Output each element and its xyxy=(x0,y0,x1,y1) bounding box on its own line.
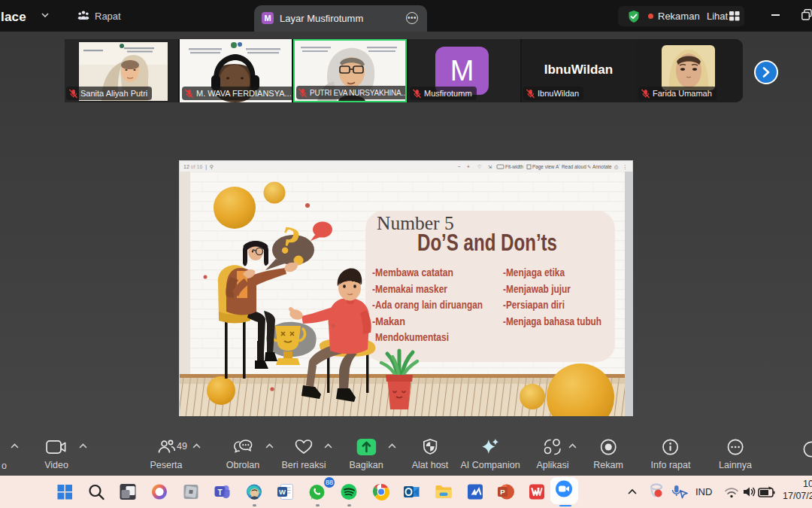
svg-text:Mendokumentasi: Mendokumentasi xyxy=(375,330,449,343)
svg-text:-Ada orang lain diruangan: -Ada orang lain diruangan xyxy=(372,298,483,311)
svg-text:-Makan: -Makan xyxy=(372,315,405,327)
svg-text:♡: ♡ xyxy=(477,164,482,169)
svg-text:Read aloud: Read aloud xyxy=(562,164,586,169)
svg-text:-Membawa catatan: -Membawa catatan xyxy=(372,266,453,278)
svg-text:Page view: Page view xyxy=(532,164,555,170)
svg-text:⇲: ⇲ xyxy=(488,164,492,169)
svg-text:✎: ✎ xyxy=(587,164,591,169)
svg-text:-Memakai masker: -Memakai masker xyxy=(372,282,447,295)
svg-text:-Menjaga bahasa tubuh: -Menjaga bahasa tubuh xyxy=(503,315,601,327)
svg-text:P: P xyxy=(500,488,505,496)
svg-text:⎙: ⎙ xyxy=(614,164,618,169)
svg-text:T: T xyxy=(217,488,222,497)
svg-text:Annotate: Annotate xyxy=(592,164,612,169)
svg-text:W: W xyxy=(279,488,286,496)
svg-text:-Persiapan diri: -Persiapan diri xyxy=(503,298,565,311)
svg-text:+: + xyxy=(467,164,470,169)
svg-text:⋮: ⋮ xyxy=(623,164,627,169)
svg-text:Aʹ: Aʹ xyxy=(556,164,559,169)
svg-text:-Menjaga etika: -Menjaga etika xyxy=(503,266,565,278)
svg-text:Fit-width: Fit-width xyxy=(505,164,524,169)
svg-text:-Menjawab jujur: -Menjawab jujur xyxy=(503,282,571,295)
svg-text:Do’S and Don’ts: Do’S and Don’ts xyxy=(417,230,557,256)
svg-text:−: − xyxy=(458,164,461,169)
